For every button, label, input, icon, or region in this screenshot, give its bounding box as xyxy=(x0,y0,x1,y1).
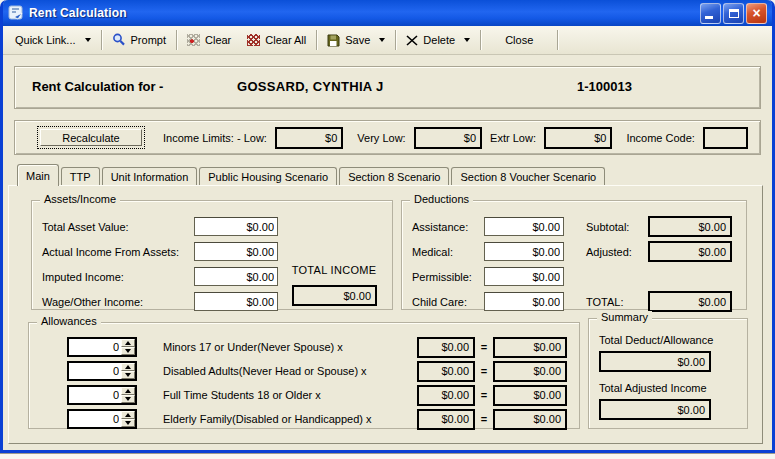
spin-down-button[interactable] xyxy=(121,419,135,427)
elderly-count-spinner[interactable] xyxy=(67,409,137,429)
up-arrow-icon xyxy=(125,341,131,345)
window-title: Rent Calculation xyxy=(29,6,127,20)
header-prefix: Rent Calculation for - xyxy=(32,79,163,94)
minors-rate-value: $0.00 xyxy=(417,337,475,358)
disabled-adults-label: Disabled Adults(Never Head or Spouse) x xyxy=(163,365,417,377)
spin-up-button[interactable] xyxy=(121,339,135,347)
assistance-input[interactable] xyxy=(484,217,564,236)
deductions-title: Deductions xyxy=(410,193,473,205)
deductions-row: Child Care: TOTAL: $0.00 xyxy=(412,292,746,311)
spin-down-button[interactable] xyxy=(121,371,135,379)
minimize-button[interactable] xyxy=(700,3,721,24)
medical-input[interactable] xyxy=(484,242,564,261)
allowance-row: Full Time Students 18 or Older x $0.00 =… xyxy=(67,385,567,405)
toolbar-separator xyxy=(176,30,177,50)
allowances-title: Allowances xyxy=(37,315,101,327)
toolbar-separator xyxy=(101,30,102,50)
maximize-button[interactable] xyxy=(723,3,744,24)
very-low-label: Very Low: xyxy=(357,132,405,144)
chevron-down-icon xyxy=(379,38,385,42)
tab-public-housing-scenario[interactable]: Public Housing Scenario xyxy=(199,167,337,185)
income-code-label: Income Code: xyxy=(626,132,694,144)
minors-label: Minors 17 or Under(Never Spouse) x xyxy=(163,341,417,353)
titlebar: Rent Calculation × xyxy=(3,0,772,26)
deductions-row: Permissible: xyxy=(412,267,746,286)
spin-up-button[interactable] xyxy=(121,411,135,419)
clear-all-label: Clear All xyxy=(265,34,306,46)
save-label: Save xyxy=(345,34,370,46)
spinner-buttons xyxy=(121,363,135,379)
magnifier-icon xyxy=(112,33,126,47)
spin-up-button[interactable] xyxy=(121,363,135,371)
down-arrow-icon xyxy=(125,373,131,377)
tab-section-8-voucher-scenario[interactable]: Section 8 Voucher Scenario xyxy=(451,167,605,185)
spin-up-button[interactable] xyxy=(121,387,135,395)
elderly-count-input[interactable] xyxy=(69,411,121,427)
wage-other-income-input[interactable] xyxy=(194,292,278,311)
subtotal-value: $0.00 xyxy=(648,216,732,237)
tab-ttp[interactable]: TTP xyxy=(61,167,100,185)
elderly-amount-value: $0.00 xyxy=(493,409,567,430)
disabled-adults-amount-value: $0.00 xyxy=(493,361,567,382)
desktop-edge xyxy=(0,453,775,459)
quick-link-label: Quick Link... xyxy=(15,34,76,46)
equals-sign: = xyxy=(475,413,493,425)
subtotal-label: Subtotal: xyxy=(586,221,648,233)
assets-row: Actual Income From Assets: xyxy=(42,242,392,261)
very-low-limit-value: $0 xyxy=(414,127,482,149)
deductions-row: Medical: Adjusted: $0.00 xyxy=(412,242,746,261)
up-arrow-icon xyxy=(125,413,131,417)
actual-income-from-assets-input[interactable] xyxy=(194,242,278,261)
deductions-group: Deductions Assistance: Subtotal: $0.00 M… xyxy=(401,200,747,310)
students-count-input[interactable] xyxy=(69,387,121,403)
total-income-value: $0.00 xyxy=(292,285,377,306)
chevron-down-icon xyxy=(85,38,91,42)
up-arrow-icon xyxy=(125,389,131,393)
spin-down-button[interactable] xyxy=(121,395,135,403)
tab-main[interactable]: Main xyxy=(17,164,59,186)
low-limit-value: $0 xyxy=(275,127,343,149)
up-arrow-icon xyxy=(125,365,131,369)
clear-button[interactable]: Clear xyxy=(179,30,239,50)
allowance-row: Disabled Adults(Never Head or Spouse) x … xyxy=(67,361,567,381)
toolbar-separator xyxy=(557,30,558,50)
quick-link-button[interactable]: Quick Link... xyxy=(7,30,99,50)
tenant-name: GOSSARD, CYNTHIA J xyxy=(237,79,384,94)
allowances-group: Allowances Minors 17 or Under(Never Spou… xyxy=(28,322,580,429)
imputed-income-input[interactable] xyxy=(194,267,278,286)
spin-down-button[interactable] xyxy=(121,347,135,355)
prompt-button[interactable]: Prompt xyxy=(104,29,174,51)
tab-section-8-scenario[interactable]: Section 8 Scenario xyxy=(339,167,449,185)
allowance-row: Elderly Family(Disabled or Handicapped) … xyxy=(67,409,567,429)
students-rate-value: $0.00 xyxy=(417,385,475,406)
deductions-row: Assistance: Subtotal: $0.00 xyxy=(412,217,746,236)
disabled-adults-rate-value: $0.00 xyxy=(417,361,475,382)
total-asset-value-input[interactable] xyxy=(194,217,278,236)
students-count-spinner[interactable] xyxy=(67,385,137,405)
total-asset-value-label: Total Asset Value: xyxy=(42,221,194,233)
maximize-icon xyxy=(729,9,739,18)
minors-count-input[interactable] xyxy=(69,339,121,355)
delete-button[interactable]: Delete xyxy=(398,30,478,50)
minors-count-spinner[interactable] xyxy=(67,337,137,357)
adjusted-label: Adjusted: xyxy=(586,246,648,258)
close-toolbar-button[interactable]: Close xyxy=(483,30,555,50)
child-care-input[interactable] xyxy=(484,292,564,311)
total-adjusted-income-label: Total Adjusted Income xyxy=(599,382,737,394)
tab-unit-information[interactable]: Unit Information xyxy=(102,167,198,185)
clear-hatch-icon xyxy=(187,34,200,46)
close-button[interactable]: × xyxy=(746,3,767,24)
total-deduct-allowance-label: Total Deduct/Allowance xyxy=(599,334,737,346)
disabled-adults-count-spinner[interactable] xyxy=(67,361,137,381)
save-button[interactable]: Save xyxy=(319,30,393,51)
clear-all-button[interactable]: Clear All xyxy=(239,30,314,50)
total-deduct-allowance-value: $0.00 xyxy=(599,351,711,372)
disabled-adults-count-input[interactable] xyxy=(69,363,121,379)
assistance-label: Assistance: xyxy=(412,221,484,233)
toolbar-separator xyxy=(480,30,481,50)
recalculate-button[interactable]: Recalculate xyxy=(40,129,142,146)
spinner-buttons xyxy=(121,387,135,403)
permissible-input[interactable] xyxy=(484,267,564,286)
students-amount-value: $0.00 xyxy=(493,385,567,406)
assets-income-group: Assets/Income Total Asset Value: Actual … xyxy=(31,200,393,310)
